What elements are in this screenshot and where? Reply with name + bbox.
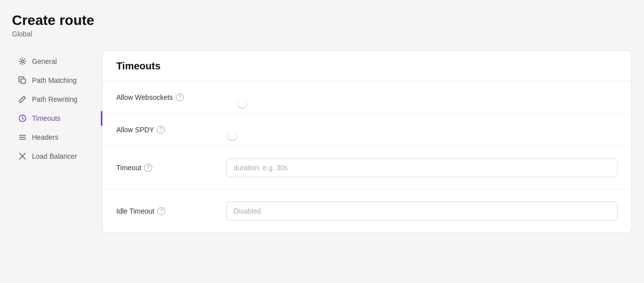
- form-row-allow-websockets: Allow Websockets ?: [102, 81, 632, 114]
- page-container: Create route Global General: [0, 0, 644, 233]
- clock-icon: [18, 114, 27, 123]
- allow-spdy-label: Allow SPDY ?: [116, 126, 216, 134]
- idle-timeout-control: [226, 202, 618, 221]
- content-area: General Path Matching P: [12, 50, 632, 233]
- sidebar-item-general[interactable]: General: [12, 52, 102, 71]
- timeout-label: Timeout ?: [116, 164, 216, 172]
- sidebar-item-label: Timeouts: [32, 114, 60, 122]
- idle-timeout-help-icon[interactable]: ?: [157, 207, 165, 215]
- allow-websockets-help-icon[interactable]: ?: [176, 93, 184, 101]
- main-panel: Timeouts Allow Websockets ?: [102, 50, 632, 233]
- sidebar: General Path Matching P: [12, 50, 102, 233]
- timeout-input[interactable]: [226, 158, 618, 177]
- sidebar-item-label: General: [32, 57, 57, 65]
- page-subtitle: Global: [12, 30, 632, 38]
- idle-timeout-input[interactable]: [226, 202, 618, 221]
- toggle-thumb-off: [228, 131, 237, 140]
- x-icon: [18, 152, 27, 161]
- copy-icon: [18, 76, 27, 85]
- sidebar-item-headers[interactable]: Headers: [12, 128, 102, 147]
- pencil-icon: [18, 95, 27, 104]
- timeout-help-icon[interactable]: ?: [144, 164, 152, 172]
- gear-icon: [18, 57, 27, 66]
- sidebar-item-timeouts[interactable]: Timeouts: [12, 109, 102, 128]
- sidebar-item-load-balancer[interactable]: Load Balancer: [12, 147, 102, 166]
- form-row-timeout: Timeout ?: [102, 146, 632, 190]
- page-title: Create route: [12, 12, 632, 29]
- allow-websockets-label: Allow Websockets ?: [116, 93, 216, 101]
- panel-title: Timeouts: [116, 60, 618, 72]
- menu-icon: [18, 133, 27, 142]
- allow-spdy-help-icon[interactable]: ?: [157, 126, 165, 134]
- svg-rect-1: [21, 79, 25, 83]
- sidebar-item-path-rewriting[interactable]: Path Rewriting: [12, 90, 102, 109]
- sidebar-item-label: Path Matching: [32, 76, 77, 84]
- toggle-thumb: [238, 99, 247, 108]
- sidebar-item-label: Load Balancer: [32, 152, 77, 160]
- sidebar-item-path-matching[interactable]: Path Matching: [12, 71, 102, 90]
- timeout-control: [226, 158, 618, 177]
- form-row-allow-spdy: Allow SPDY ?: [102, 114, 632, 146]
- idle-timeout-label: Idle Timeout ?: [116, 207, 216, 215]
- sidebar-item-label: Path Rewriting: [32, 95, 77, 103]
- sidebar-item-label: Headers: [32, 133, 58, 141]
- form-row-idle-timeout: Idle Timeout ?: [102, 190, 632, 233]
- svg-point-0: [21, 60, 24, 62]
- panel-header: Timeouts: [102, 50, 632, 81]
